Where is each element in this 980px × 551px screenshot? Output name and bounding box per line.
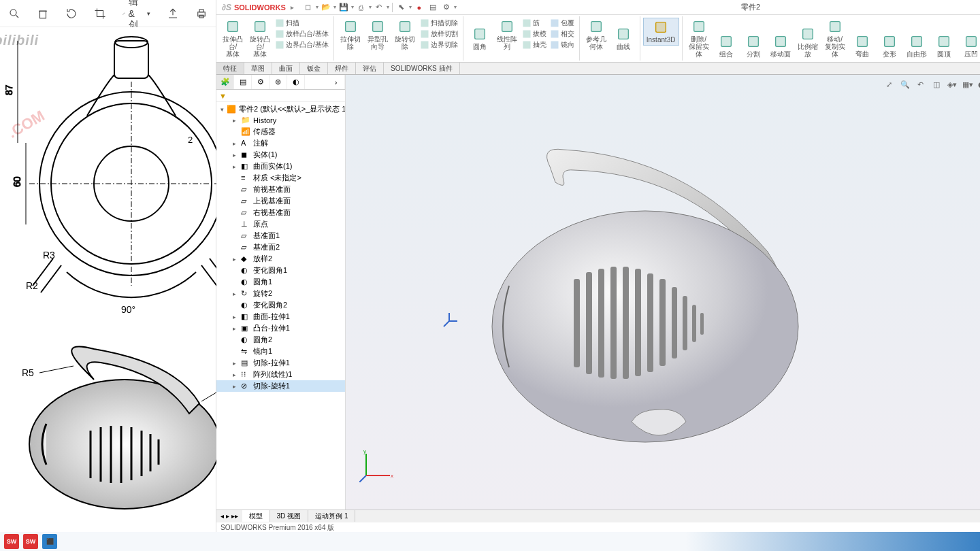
expand-icon[interactable]: ▸ — [233, 140, 238, 147]
ribbon-btn-变形[interactable]: 变形 — [876, 18, 903, 59]
ribbon-btn-圆角[interactable]: 圆角 — [466, 18, 493, 52]
cm-tab-SOLIDWORKS 插件[interactable]: SOLIDWORKS 插件 — [384, 63, 460, 74]
options-menu-icon[interactable]: ▤ — [427, 1, 439, 14]
ribbon-small-抽壳[interactable]: 抽壳 — [521, 39, 549, 50]
ribbon-small-边界切除[interactable]: 边界切除 — [419, 39, 460, 50]
zoom-fit-icon[interactable]: ⤢ — [883, 78, 896, 91]
taskbar-app-3-icon[interactable]: ⬛ — [42, 534, 57, 549]
ribbon-btn-比例缩放[interactable]: 比例缩放 — [794, 18, 821, 59]
ribbon-small-相交[interactable]: 相交 — [549, 29, 576, 39]
expand-tab-icon[interactable]: › — [327, 75, 345, 89]
tree-item-材质 <未指定>[interactable]: ≡材质 <未指定> — [216, 172, 345, 184]
dimxpert-tab-icon[interactable]: ⊕ — [270, 75, 287, 89]
crop-icon[interactable] — [94, 7, 106, 20]
select-icon[interactable]: ⬉ — [395, 1, 408, 14]
tree-item-前视基准面[interactable]: ▱前视基准面 — [216, 184, 345, 195]
tree-item-基准面2[interactable]: ▱基准面2 — [216, 241, 345, 253]
ribbon-small-放样凸台/基体[interactable]: 放样凸台/基体 — [274, 29, 331, 39]
taskbar-app-2-icon[interactable]: SW — [23, 534, 38, 549]
tree-item-曲面-拉伸1[interactable]: ▸◧曲面-拉伸1 — [216, 311, 345, 322]
expand-icon[interactable]: ▸ — [233, 152, 238, 158]
cm-tab-钣金[interactable]: 钣金 — [300, 63, 328, 74]
tree-item-旋转2[interactable]: ▸↻旋转2 — [216, 288, 345, 299]
tree-item-切除-旋转1[interactable]: ▸⊘切除-旋转1 — [216, 380, 345, 392]
view-orient-icon[interactable]: ◈▾ — [945, 78, 959, 91]
expand-icon[interactable]: ▸ — [233, 383, 238, 390]
ribbon-btn-Instant3D[interactable]: Instant3D — [643, 18, 679, 46]
expand-icon[interactable]: ▸ — [233, 360, 238, 367]
ribbon-small-边界凸台/基体[interactable]: 边界凸台/基体 — [274, 39, 331, 50]
tree-filter[interactable]: ▼ — [216, 90, 345, 102]
rotate-icon[interactable] — [65, 7, 78, 20]
zoom-icon[interactable] — [8, 7, 20, 20]
tree-item-History[interactable]: ▸📁History — [216, 115, 345, 126]
open-icon[interactable]: 📂 — [320, 1, 332, 14]
ribbon-btn-异型孔向导[interactable]: 异型孔向导 — [364, 18, 391, 52]
tree-item-传感器[interactable]: 📶传感器 — [216, 126, 345, 137]
settings-icon[interactable]: ⚙ — [440, 1, 453, 14]
tree-item-镜向1[interactable]: ⇋镜向1 — [216, 346, 345, 357]
tree-item-上视基准面[interactable]: ▱上视基准面 — [216, 195, 345, 207]
property-manager-tab-icon[interactable]: ▤ — [234, 75, 252, 89]
display-manager-tab-icon[interactable]: ◐ — [287, 75, 305, 89]
ribbon-small-镜向[interactable]: 镜向 — [549, 39, 576, 50]
expand-icon[interactable]: ▸ — [233, 371, 238, 378]
new-icon[interactable]: ◻ — [302, 1, 314, 14]
ribbon-btn-分割[interactable]: 分割 — [740, 18, 767, 59]
ribbon-btn-弯曲[interactable]: 弯曲 — [849, 18, 876, 59]
ribbon-btn-移动/复制实体[interactable]: 移动/复制实体 — [821, 18, 849, 59]
expand-icon[interactable]: ▸ — [233, 256, 238, 263]
tree-item-右视基准面[interactable]: ▱右视基准面 — [216, 207, 345, 218]
ribbon-btn-拉伸切除[interactable]: 拉伸切除 — [337, 18, 364, 52]
tree-item-基准面1[interactable]: ▱基准面1 — [216, 230, 345, 241]
feature-tree-tab-icon[interactable]: 🧩 — [216, 75, 234, 89]
tree-item-圆角1[interactable]: ◐圆角1 — [216, 276, 345, 288]
cm-tab-评估[interactable]: 评估 — [356, 63, 384, 74]
tree-item-曲面实体(1)[interactable]: ▸◧曲面实体(1) — [216, 161, 345, 172]
tree-item-注解[interactable]: ▸A注解 — [216, 137, 345, 149]
print-icon[interactable] — [195, 7, 208, 20]
ribbon-btn-删除/保留实体[interactable]: 删除/保留实体 — [685, 18, 713, 59]
tree-item-圆角2[interactable]: ◐圆角2 — [216, 334, 345, 346]
tree-item-放样2[interactable]: ▸◆放样2 — [216, 253, 345, 265]
ribbon-btn-参考几何体[interactable]: 参考几何体 — [583, 18, 610, 52]
tree-item-切除-拉伸1[interactable]: ▸▤切除-拉伸1 — [216, 357, 345, 369]
section-view-icon[interactable]: ◫ — [930, 78, 943, 91]
delete-icon[interactable] — [37, 7, 49, 20]
ribbon-small-扫描切除[interactable]: 扫描切除 — [419, 18, 460, 29]
expand-icon[interactable]: ▸ — [233, 163, 238, 170]
ribbon-btn-圆顶[interactable]: 圆顶 — [930, 18, 958, 59]
bottom-tab-运动算例 1[interactable]: 运动算例 1 — [308, 510, 355, 522]
save-icon[interactable]: 💾 — [338, 1, 350, 14]
tree-item-原点[interactable]: ⊥原点 — [216, 218, 345, 230]
ribbon-btn-线性阵列[interactable]: 线性阵列 — [493, 18, 521, 52]
tree-root[interactable]: ▾ 🟧 零件2 (默认<<默认>_显示状态 1>) — [216, 103, 345, 115]
tree-item-阵列(线性)1[interactable]: ▸⁝⁝阵列(线性)1 — [216, 369, 345, 380]
print-icon[interactable]: ⎙ — [355, 1, 368, 14]
undo-icon[interactable]: ↶ — [373, 1, 385, 14]
ribbon-small-扫描[interactable]: 扫描 — [274, 18, 331, 29]
config-manager-tab-icon[interactable]: ⚙ — [252, 75, 270, 89]
expand-icon[interactable]: ▸ — [233, 314, 238, 320]
share-icon[interactable] — [167, 7, 179, 20]
taskbar-app-1-icon[interactable]: SW — [4, 534, 19, 549]
prev-view-icon[interactable]: ↶ — [914, 78, 928, 91]
ribbon-small-放样切割[interactable]: 放样切割 — [419, 29, 460, 39]
tree-item-实体(1)[interactable]: ▸◼实体(1) — [216, 149, 345, 161]
cm-tab-焊件[interactable]: 焊件 — [328, 63, 356, 74]
graphics-area[interactable]: ⤢ 🔍 ↶ ◫ ◈▾ ▦▾ ◐▾ 🎨▾ 👁▾ ▭▾ — [346, 75, 980, 510]
cm-tab-曲面[interactable]: 曲面 — [272, 63, 300, 74]
ribbon-btn-旋转切除[interactable]: 旋转切除 — [391, 18, 419, 52]
ribbon-btn-压凹[interactable]: 压凹 — [958, 18, 980, 59]
zoom-area-icon[interactable]: 🔍 — [898, 78, 912, 91]
bottom-tab-3D 视图[interactable]: 3D 视图 — [270, 510, 309, 522]
expand-icon[interactable]: ▸ — [233, 325, 238, 332]
hide-show-icon[interactable]: ◐▾ — [977, 78, 980, 91]
ribbon-small-筋[interactable]: 筋 — [521, 18, 549, 29]
ribbon-btn-曲线[interactable]: 曲线 — [610, 18, 637, 52]
expand-icon[interactable]: ▸ — [233, 117, 238, 124]
expand-icon[interactable]: ▸ — [233, 290, 238, 297]
display-style-icon[interactable]: ▦▾ — [961, 78, 975, 91]
rebuild-icon[interactable]: ● — [413, 1, 425, 14]
ribbon-btn-组合[interactable]: 组合 — [713, 18, 740, 59]
